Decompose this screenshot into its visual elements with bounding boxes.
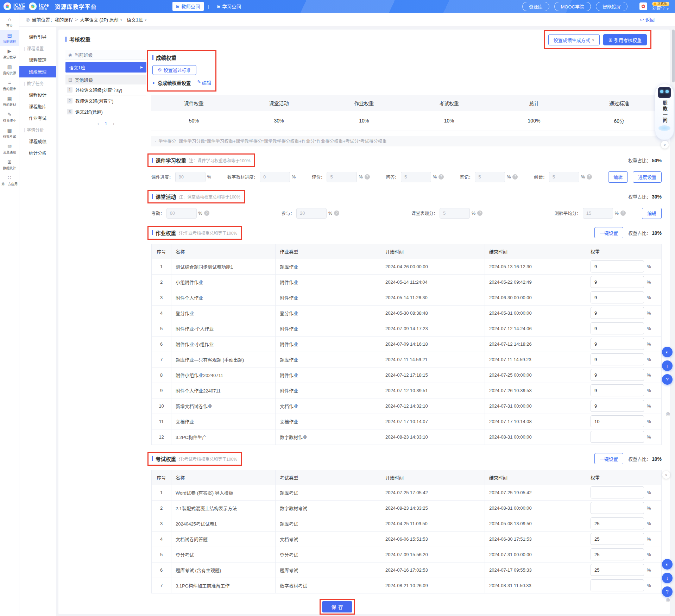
- resource-library-button[interactable]: 资源库: [522, 2, 549, 11]
- class-list-item[interactable]: 2 教师语文班(刘育宁): [65, 95, 146, 106]
- weight-field-input[interactable]: [440, 208, 470, 219]
- breadcrumb-course[interactable]: 大学语文 (2P) 原创: [80, 16, 119, 23]
- menu-item[interactable]: 课程引导: [19, 31, 56, 43]
- menu-item[interactable]: 课程成绩: [19, 136, 56, 147]
- weight-field-input[interactable]: [549, 172, 579, 182]
- ai-assistant-widget[interactable]: 职教一问: [655, 84, 674, 140]
- weight-input[interactable]: [591, 486, 644, 498]
- menu-item[interactable]: 学情分析: [19, 124, 56, 136]
- progress-setting-button[interactable]: 进度设置: [633, 171, 662, 183]
- radio-selected-icon[interactable]: ●: [152, 81, 155, 85]
- weight-input[interactable]: [591, 353, 644, 365]
- weight-input[interactable]: [591, 384, 644, 396]
- weight-input[interactable]: [591, 307, 644, 319]
- weight-input[interactable]: [591, 533, 644, 545]
- save-button[interactable]: 保存: [322, 601, 352, 612]
- rail-item-third-party-apps[interactable]: ∷ 第三方应用: [0, 173, 19, 189]
- help-icon[interactable]: ?: [365, 174, 370, 180]
- rail-item-my-textbooks[interactable]: ▦ 我的教材: [0, 94, 19, 109]
- help-icon[interactable]: ?: [512, 174, 518, 180]
- menu-item[interactable]: 教学任务: [19, 77, 56, 89]
- scrollbar-thumb[interactable]: [672, 30, 675, 82]
- weight-input[interactable]: [591, 579, 644, 591]
- help-icon[interactable]: ?: [477, 210, 482, 216]
- one-click-set-button[interactable]: 一键设置: [594, 453, 623, 464]
- menu-item[interactable]: 课程题库: [19, 101, 56, 112]
- weight-input[interactable]: [591, 322, 644, 334]
- weight-input[interactable]: [591, 564, 644, 576]
- rail-item-my-resources[interactable]: ▥ 我的资源: [0, 62, 19, 78]
- prev-page-icon[interactable]: ‹: [97, 121, 99, 126]
- set-grade-method-button[interactable]: 设置成绩生成方式∨: [548, 34, 600, 45]
- back-button[interactable]: ↩返回: [640, 16, 655, 23]
- weight-input[interactable]: [591, 260, 644, 272]
- help-icon[interactable]: ?: [439, 174, 444, 180]
- weight-input[interactable]: [591, 400, 644, 412]
- rail-item-pending-homework[interactable]: ✎ 待批作业: [0, 109, 19, 125]
- mooc-college-button[interactable]: MOOC学院: [554, 2, 591, 11]
- rail-item-my-question-bank[interactable]: ≡ 我的题库: [0, 78, 19, 94]
- weight-field-input[interactable]: [475, 172, 505, 182]
- breadcrumb-class[interactable]: 语文1班: [127, 16, 143, 23]
- rail-item-my-courses[interactable]: ▤ 我的课程: [0, 30, 19, 46]
- weight-field-input[interactable]: [401, 172, 431, 182]
- weight-input[interactable]: [591, 431, 644, 443]
- weight-field-input[interactable]: [166, 208, 197, 219]
- breadcrumb-my-courses[interactable]: 我的课程: [55, 16, 73, 23]
- tab-study-space[interactable]: ⊞学习空间: [213, 2, 245, 11]
- collapse-icon[interactable]: ∨: [662, 471, 670, 479]
- menu-item[interactable]: 作业考试: [19, 112, 56, 124]
- tab-teacher-space[interactable]: ⊞教师空间: [172, 2, 204, 11]
- weight-field-input[interactable]: [175, 172, 206, 182]
- weight-field-input[interactable]: [583, 208, 613, 219]
- help-icon[interactable]: ?: [620, 210, 626, 216]
- download-icon[interactable]: ↓: [662, 360, 673, 371]
- weight-input[interactable]: [591, 291, 644, 303]
- current-class-item[interactable]: 语文1班 ▶: [65, 62, 146, 73]
- feedback-icon[interactable]: ◐: [662, 559, 673, 570]
- collapse-icon[interactable]: ∨: [661, 141, 669, 149]
- rail-item-classroom-teaching[interactable]: ▶ 课堂教学: [0, 46, 19, 62]
- rail-item-messages[interactable]: ✉ 消息通知: [0, 141, 19, 157]
- user-menu[interactable]: 正式版 刘育宁 ∨: [652, 2, 669, 11]
- help-icon[interactable]: ?: [662, 374, 673, 385]
- weight-input[interactable]: [591, 548, 644, 560]
- feedback-icon[interactable]: ◐: [662, 347, 673, 357]
- edit-button[interactable]: 编辑: [608, 171, 628, 183]
- weight-input[interactable]: [591, 502, 644, 514]
- rail-item-home[interactable]: ⌂ 首页: [0, 14, 19, 30]
- weight-field-input[interactable]: [260, 172, 290, 182]
- one-click-set-button[interactable]: 一键设置: [594, 227, 623, 238]
- class-list-item[interactable]: 1 外校语文班级(刘育宁sy): [65, 84, 146, 95]
- weight-input[interactable]: [591, 276, 644, 288]
- help-icon[interactable]: ?: [662, 586, 673, 597]
- weight-field-input[interactable]: [296, 208, 327, 219]
- menu-item[interactable]: 课程管理: [19, 54, 56, 66]
- close-icon[interactable]: ⊗: [665, 596, 670, 604]
- menu-item[interactable]: 统计分析: [19, 147, 56, 159]
- weight-input[interactable]: [591, 369, 644, 381]
- help-icon[interactable]: ?: [587, 174, 592, 180]
- edit-link[interactable]: ✎编辑: [197, 79, 211, 86]
- page-number[interactable]: 1: [105, 121, 107, 126]
- cite-assessment-weight-button[interactable]: ⊞引用考核权重: [603, 34, 647, 45]
- chevron-down-icon[interactable]: ∨: [120, 18, 122, 21]
- weight-input[interactable]: [591, 517, 644, 529]
- edit-button[interactable]: 编辑: [642, 208, 662, 219]
- next-page-icon[interactable]: ›: [113, 121, 115, 126]
- rail-item-data-statistics[interactable]: ⊞ 数据统计: [0, 157, 19, 173]
- chevron-down-icon[interactable]: ∨: [144, 18, 147, 21]
- menu-item[interactable]: 班级管理: [19, 66, 56, 77]
- help-icon[interactable]: ?: [204, 210, 209, 216]
- weight-field-input[interactable]: [327, 172, 357, 182]
- close-icon[interactable]: ⊗: [665, 410, 670, 418]
- set-pass-standard-button[interactable]: ⚙设置通过标准: [152, 65, 196, 75]
- class-list-item[interactable]: 3 语文2班(徐超): [65, 106, 146, 117]
- rail-item-pending-exams[interactable]: ▩ 待批考试: [0, 125, 19, 141]
- weight-input[interactable]: [591, 415, 644, 427]
- menu-item[interactable]: 课程设置: [19, 43, 56, 54]
- app-center-icon[interactable]: ✿: [639, 2, 647, 10]
- smart-cast-button[interactable]: 智能投屏: [596, 2, 627, 11]
- help-icon[interactable]: ?: [334, 210, 339, 216]
- menu-item[interactable]: 课程设计: [19, 89, 56, 101]
